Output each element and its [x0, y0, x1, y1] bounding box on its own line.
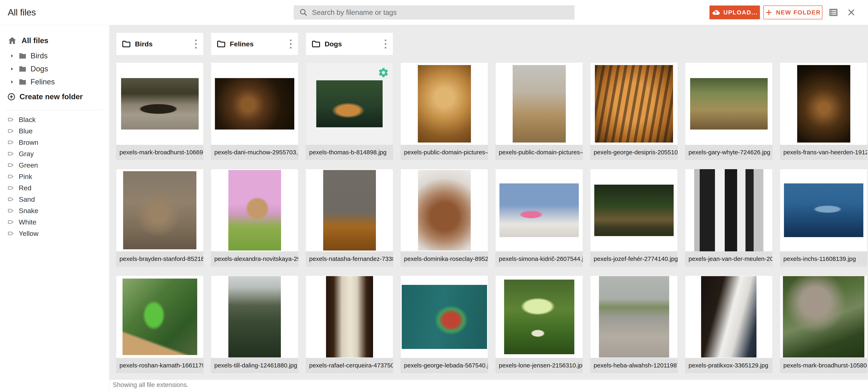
create-new-folder-button[interactable]: Create new folder: [7, 91, 109, 102]
file-card[interactable]: pexels-natasha-fernandez-733835...: [306, 169, 393, 267]
sidebar-tag-label: Snake: [19, 207, 38, 215]
home-icon: [7, 36, 17, 45]
folder-chip[interactable]: Birds: [116, 33, 204, 55]
main-content: Birds Felines Dogs: [110, 25, 868, 390]
file-card[interactable]: pexels-mark-broadhurst-106690.jpg: [116, 62, 204, 160]
file-thumbnail-area: [780, 63, 867, 145]
file-card[interactable]: pexels-heba-alwahsh-12011987.jpg: [590, 275, 678, 373]
file-card[interactable]: pexels-george-desipris-2055100.jpg: [590, 62, 678, 160]
kebab-menu-icon[interactable]: [194, 38, 198, 50]
file-thumbnail: [797, 65, 850, 142]
upload-button[interactable]: UPLOAD...: [709, 5, 760, 19]
file-card[interactable]: pexels-rafael-cerqueira-4737508.jpg: [306, 275, 393, 373]
sidebar-folder-item[interactable]: Birds: [9, 50, 109, 62]
tag-icon: [7, 219, 14, 226]
file-card[interactable]: pexels-inchs-11608139.jpg: [780, 169, 867, 267]
file-card[interactable]: pexels-alexandra-novitskaya-2951...: [211, 169, 298, 267]
kebab-menu-icon[interactable]: [383, 38, 388, 50]
status-text: Showing all file extensions.: [113, 381, 188, 389]
file-thumbnail-area: [780, 169, 867, 251]
file-card[interactable]: pexels-frans-van-heerden-191217...: [780, 62, 867, 160]
file-name: pexels-dani-muchow-2955703.jpg: [211, 145, 298, 160]
status-bar: Showing all file extensions.: [110, 380, 868, 390]
file-name: pexels-gary-whyte-724626.jpg: [685, 145, 772, 160]
folder-icon: [18, 78, 27, 86]
file-thumbnail-area: [401, 276, 488, 358]
sidebar-tag-item[interactable]: Blue: [7, 125, 109, 137]
folder-icon: [18, 65, 27, 73]
chevron-right-icon[interactable]: [9, 66, 17, 72]
file-card[interactable]: pexels-mark-broadhurst-105804.jpg: [780, 275, 867, 373]
sidebar-tag-item[interactable]: Black: [7, 114, 109, 125]
folder-chip[interactable]: Dogs: [306, 33, 393, 55]
sidebar-tag-label: Green: [19, 161, 38, 169]
tag-icon: [7, 196, 14, 203]
chevron-right-icon[interactable]: [9, 53, 17, 59]
sidebar-tag-item[interactable]: Yellow: [7, 228, 109, 239]
sidebar-tag-item[interactable]: Gray: [7, 148, 109, 159]
close-icon[interactable]: [847, 8, 856, 18]
list-view-icon[interactable]: [828, 7, 839, 19]
tag-list: Black Blue Brown Gray: [0, 114, 109, 239]
file-card[interactable]: pexels-jozef-fehér-2774140.jpg: [590, 169, 678, 267]
sidebar-tag-item[interactable]: Green: [7, 159, 109, 171]
plus-circle-icon: [7, 92, 16, 101]
file-thumbnail-area: [685, 169, 772, 251]
file-name: pexels-mark-broadhurst-106690.jpg: [116, 145, 203, 160]
sidebar-folder-label: Felines: [31, 78, 55, 86]
sidebar-tag-item[interactable]: Sand: [7, 194, 109, 205]
file-name: pexels-roshan-kamath-1661179.jpg: [116, 358, 203, 373]
file-thumbnail-area: [496, 276, 583, 358]
file-card[interactable]: pexels-roshan-kamath-1661179.jpg: [116, 275, 204, 373]
sidebar: All files Birds: [0, 25, 110, 390]
sidebar-tag-item[interactable]: Red: [7, 182, 109, 194]
create-new-folder-label: Create new folder: [20, 93, 83, 101]
sidebar-tag-item[interactable]: Brown: [7, 137, 109, 148]
tag-icon: [7, 162, 14, 169]
file-card[interactable]: pexels-george-lebada-567540.jpg: [401, 275, 488, 373]
search-bar[interactable]: [294, 5, 575, 20]
folder-tree: Birds Dogs Felines: [0, 50, 109, 89]
file-thumbnail: [701, 276, 756, 357]
folder-chip-label: Felines: [230, 40, 254, 48]
file-card[interactable]: pexels-lone-jensen-2156310.jpg: [495, 275, 583, 373]
file-card[interactable]: pexels-simona-kidrič-2607544.jpg: [495, 169, 583, 267]
file-name: pexels-jozef-fehér-2774140.jpg: [590, 251, 678, 266]
sidebar-tag-item[interactable]: Pink: [7, 171, 109, 182]
sidebar-folder-item[interactable]: Dogs: [9, 62, 109, 75]
file-card[interactable]: pexels-pratikxox-3365129.jpg: [685, 275, 773, 373]
sidebar-tag-label: Black: [19, 116, 36, 124]
file-card[interactable]: pexels-thomas-b-814898.jpg: [306, 62, 393, 160]
file-card[interactable]: pexels-public-domain-pictures-41...: [401, 62, 488, 160]
folder-chip[interactable]: Felines: [211, 33, 298, 55]
sidebar-item-all-files[interactable]: All files: [7, 36, 109, 46]
file-thumbnail: [418, 170, 471, 251]
file-card[interactable]: pexels-brayden-stanford-8521834....: [116, 169, 204, 267]
sidebar-tag-label: Red: [19, 184, 31, 192]
file-card[interactable]: pexels-dani-muchow-2955703.jpg: [211, 62, 298, 160]
file-thumbnail: [595, 65, 673, 142]
file-name: pexels-mark-broadhurst-105804.jpg: [780, 358, 867, 373]
file-name: pexels-lone-jensen-2156310.jpg: [496, 358, 583, 373]
file-card[interactable]: pexels-dominika-roseclay-895259....: [401, 169, 488, 267]
sidebar-tag-item[interactable]: White: [7, 216, 109, 228]
file-thumbnail: [418, 65, 471, 142]
file-card[interactable]: pexels-jean-van-der-meulen-2078...: [685, 169, 773, 267]
file-thumbnail: [402, 285, 487, 349]
search-input[interactable]: [312, 8, 566, 17]
sidebar-folder-item[interactable]: Felines: [9, 75, 109, 89]
file-thumbnail: [594, 185, 674, 236]
sidebar-tag-item[interactable]: Snake: [7, 205, 109, 216]
kebab-menu-icon[interactable]: [288, 38, 293, 50]
file-card[interactable]: pexels-gary-whyte-724626.jpg: [685, 62, 773, 160]
chevron-right-icon[interactable]: [9, 79, 17, 85]
file-card[interactable]: pexels-public-domain-pictures-41...: [495, 62, 583, 160]
file-thumbnail: [228, 170, 281, 251]
file-thumbnail-area: [306, 276, 393, 358]
new-folder-button[interactable]: NEW FOLDER: [764, 5, 823, 19]
file-thumbnail-area: [496, 169, 583, 251]
plus-icon: [765, 8, 773, 16]
file-thumbnail-area: [211, 169, 298, 251]
sidebar-tag-label: Gray: [19, 150, 34, 158]
file-card[interactable]: pexels-till-daling-12461880.jpg: [211, 275, 298, 373]
